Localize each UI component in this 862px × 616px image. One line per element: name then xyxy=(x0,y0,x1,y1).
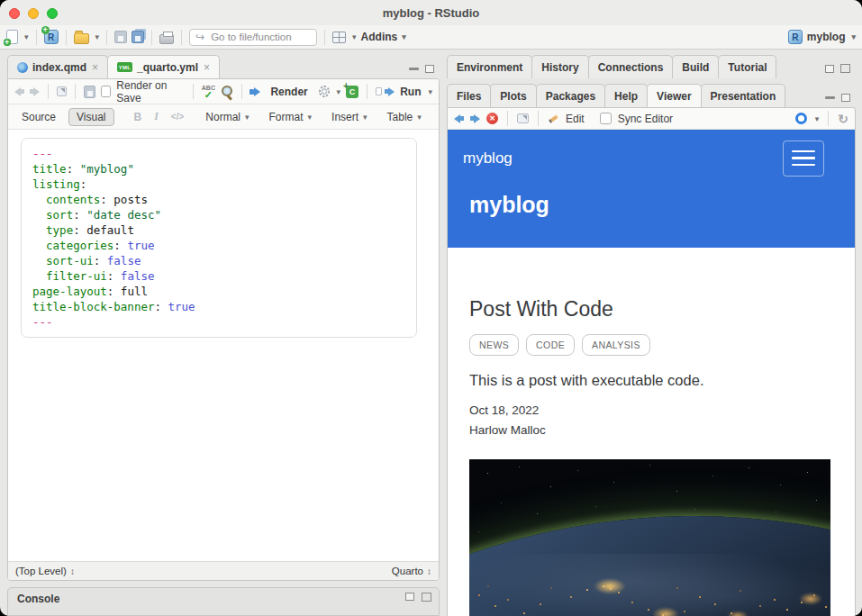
tab-environment[interactable]: Environment xyxy=(447,55,532,78)
code-line[interactable]: sort-ui: false xyxy=(32,253,405,268)
code-line[interactable]: sort: "date desc" xyxy=(32,207,405,222)
back-icon[interactable] xyxy=(14,87,24,96)
tab-presentation[interactable]: Presentation xyxy=(701,84,786,107)
visual-editor-canvas[interactable]: ---title: "myblog"listing: contents: pos… xyxy=(8,130,439,561)
code-line[interactable]: categories: true xyxy=(32,238,405,253)
spellcheck-icon[interactable] xyxy=(202,85,216,99)
divider xyxy=(181,30,182,45)
code-line[interactable]: page-layout: full xyxy=(32,284,405,299)
run-arrow-icon[interactable] xyxy=(385,87,395,96)
maximize-pane-icon[interactable] xyxy=(840,64,850,73)
popout-icon[interactable] xyxy=(57,86,68,96)
restore-pane-icon[interactable] xyxy=(405,593,414,601)
stop-icon[interactable]: ✕ xyxy=(486,113,498,124)
save-all-icon[interactable] xyxy=(132,31,144,43)
insert-chunk-icon[interactable]: C xyxy=(346,86,358,98)
scope-selector[interactable]: (Top Level) xyxy=(15,566,67,576)
render-on-save-checkbox[interactable] xyxy=(101,86,112,97)
run-button[interactable]: Run xyxy=(400,86,421,98)
insert-menu[interactable]: Insert▾ xyxy=(330,111,369,123)
maximize-pane-icon[interactable] xyxy=(425,65,434,73)
category-badge-news[interactable]: NEWS xyxy=(469,334,519,356)
bold-icon[interactable]: B xyxy=(131,111,146,123)
filetype-selector[interactable]: Quarto xyxy=(392,566,423,576)
run-caret-icon[interactable]: ▾ xyxy=(428,87,432,96)
italic-icon[interactable]: I xyxy=(150,110,162,123)
category-badge-code[interactable]: CODE xyxy=(526,334,575,356)
code-line[interactable]: title-block-banner: true xyxy=(32,299,405,314)
close-tab-icon[interactable]: × xyxy=(204,61,210,74)
code-icon[interactable]: </> xyxy=(168,112,187,122)
code-line[interactable]: --- xyxy=(32,314,405,330)
goto-file-box[interactable]: ↪ xyxy=(189,29,317,46)
render-options-caret-icon[interactable]: ▾ xyxy=(337,87,341,96)
pane-layout-icon[interactable] xyxy=(332,32,346,43)
print-icon[interactable] xyxy=(159,34,174,44)
post-title-link[interactable]: Post With Code xyxy=(469,294,831,323)
open-in-new-window-icon[interactable] xyxy=(517,113,529,123)
render-icon[interactable] xyxy=(250,87,265,96)
open-file-caret-icon[interactable]: ▾ xyxy=(95,32,100,41)
tab-packages[interactable]: Packages xyxy=(536,84,605,107)
restore-pane-icon[interactable] xyxy=(825,65,834,73)
tab-connections[interactable]: Connections xyxy=(588,55,674,78)
code-line[interactable]: filter-ui: false xyxy=(32,268,405,284)
render-button[interactable]: Render xyxy=(270,86,307,98)
code-line[interactable]: title: "myblog" xyxy=(32,161,405,177)
category-badge-analysis[interactable]: ANALYSIS xyxy=(582,334,650,356)
minimize-window-button[interactable] xyxy=(28,8,39,19)
code-line[interactable]: --- xyxy=(32,146,405,161)
tab-build[interactable]: Build xyxy=(672,55,719,78)
forward-icon[interactable] xyxy=(30,87,40,96)
editor-tab-index.qmd[interactable]: index.qmd× xyxy=(7,55,108,78)
tab-files[interactable]: Files xyxy=(447,84,491,107)
maximize-pane-icon[interactable] xyxy=(422,593,431,602)
code-line[interactable]: type: default xyxy=(32,222,405,238)
tab-plots[interactable]: Plots xyxy=(490,84,536,107)
zoom-window-button[interactable] xyxy=(47,8,58,19)
paragraph-style-dropdown[interactable]: Normal▾ xyxy=(204,111,250,123)
goto-file-input[interactable] xyxy=(209,31,311,43)
code-line[interactable]: contents: posts xyxy=(32,192,405,207)
project-menu[interactable]: R myblog ▾ xyxy=(788,30,856,44)
source-mode-button[interactable]: Source xyxy=(14,109,63,125)
editor-tab-_quarto.yml[interactable]: YML_quarto.yml× xyxy=(107,55,220,78)
save-icon[interactable] xyxy=(114,31,127,43)
hamburger-menu-icon[interactable] xyxy=(783,140,824,177)
back-icon[interactable] xyxy=(454,114,464,123)
addins-menu[interactable]: Addins ▾ xyxy=(361,31,406,43)
visual-mode-button[interactable]: Visual xyxy=(68,108,113,126)
pane-layout-caret-icon[interactable]: ▾ xyxy=(352,32,357,41)
edit-button[interactable]: Edit xyxy=(566,113,585,125)
open-file-icon[interactable] xyxy=(74,33,89,44)
tab-tutorial[interactable]: Tutorial xyxy=(718,55,776,78)
new-project-icon[interactable]: R xyxy=(44,30,59,44)
code-line[interactable]: listing: xyxy=(32,177,405,192)
edit-icon[interactable] xyxy=(548,113,559,124)
publish-icon[interactable] xyxy=(795,113,807,124)
close-tab-icon[interactable]: × xyxy=(92,61,98,74)
search-icon[interactable] xyxy=(221,85,232,98)
new-file-caret-icon[interactable]: ▾ xyxy=(24,32,29,41)
preview-brand-link[interactable]: myblog xyxy=(463,149,513,168)
minimize-pane-icon[interactable] xyxy=(825,96,835,99)
save-icon[interactable] xyxy=(84,86,95,98)
city-glow-decoration xyxy=(799,593,822,605)
yaml-code-block[interactable]: ---title: "myblog"listing: contents: pos… xyxy=(21,138,417,338)
close-window-button[interactable] xyxy=(9,8,20,19)
main-toolbar: ▾ R ▾ ↪ ▾ Addins ▾ R myblog ▾ xyxy=(0,25,862,50)
tab-viewer[interactable]: Viewer xyxy=(647,84,701,107)
minimize-pane-icon[interactable] xyxy=(409,68,419,70)
new-file-icon[interactable] xyxy=(6,30,18,44)
forward-icon[interactable] xyxy=(470,114,480,123)
console-title[interactable]: Console xyxy=(17,593,59,605)
publish-caret-icon[interactable]: ▾ xyxy=(815,114,820,123)
sync-editor-checkbox[interactable] xyxy=(600,113,612,124)
format-menu[interactable]: Format▾ xyxy=(268,111,314,123)
refresh-icon[interactable]: ↻ xyxy=(838,113,848,125)
maximize-pane-icon[interactable] xyxy=(841,94,850,102)
tab-help[interactable]: Help xyxy=(604,84,648,107)
table-menu[interactable]: Table▾ xyxy=(386,111,423,123)
tab-history[interactable]: History xyxy=(531,55,588,78)
gear-icon[interactable] xyxy=(319,86,330,97)
